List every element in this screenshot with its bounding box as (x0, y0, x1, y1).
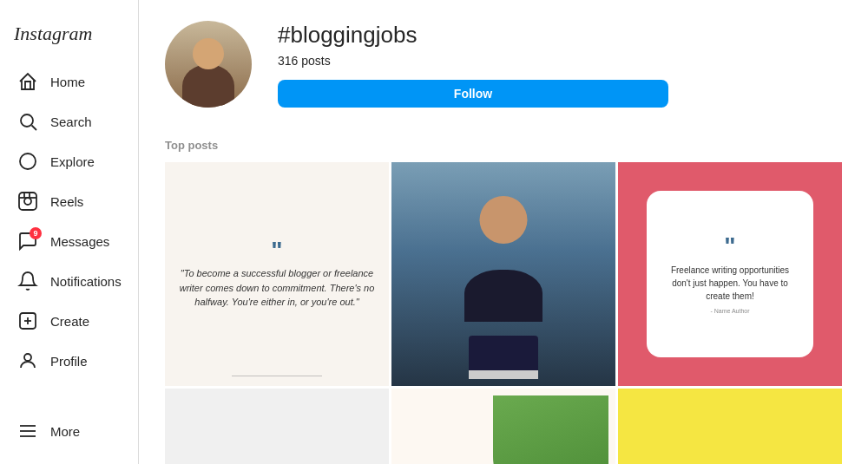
person-head (480, 196, 528, 244)
sidebar-item-create[interactable]: Create (10, 302, 128, 340)
sidebar-item-home[interactable]: Home (10, 62, 128, 101)
post-item[interactable] (391, 162, 615, 386)
sidebar-item-profile-label: Profile (50, 354, 88, 369)
post-person-bg (391, 162, 615, 386)
post-author: - Name Author (710, 308, 749, 314)
sidebar-item-messages[interactable]: 9 Messages (10, 222, 128, 260)
sidebar-item-home-label: Home (50, 75, 85, 89)
create-icon (17, 310, 38, 331)
sidebar-item-profile[interactable]: Profile (10, 342, 128, 380)
quote-mark-icon: " (271, 239, 282, 263)
quote-mark-icon: " (724, 234, 735, 258)
post-quote-card: " Freelance writing opportunities don't … (647, 191, 813, 357)
post-quote-text: Freelance writing opportunities don't ju… (661, 264, 799, 303)
more-icon (17, 421, 38, 441)
messages-icon: 9 (17, 231, 38, 252)
laptop-icon (469, 336, 538, 379)
hashtag-title: #bloggingjobs (278, 22, 842, 49)
home-icon (17, 71, 38, 92)
post-item[interactable]: Get Paid To Do Simple Writing Jobs Onlin… (618, 389, 842, 464)
profile-icon (17, 350, 38, 371)
plant-decoration (493, 395, 608, 464)
follow-button[interactable]: Follow (278, 80, 668, 108)
post-item[interactable]: FREELANCE WRITING (FOR BEGINNERS) OVERVI… (391, 389, 615, 464)
sidebar-item-notifications[interactable]: Notifications (10, 262, 128, 300)
sidebar-item-search[interactable]: Search (10, 102, 128, 141)
notifications-icon (17, 271, 38, 291)
posts-count: 316 posts (278, 54, 842, 68)
sidebar-more-button[interactable]: More (10, 412, 128, 450)
svg-point-2 (20, 154, 36, 169)
explore-icon (17, 151, 38, 172)
post-quote-text: "To become a successful blogger or freel… (179, 266, 375, 310)
profile-info: #bloggingjobs 316 posts Follow (278, 22, 842, 108)
sidebar-item-search-label: Search (50, 114, 92, 129)
sidebar-item-reels-label: Reels (50, 194, 83, 209)
sidebar-nav: Home Search Explore (10, 62, 128, 412)
sidebar-item-notifications-label: Notifications (50, 274, 122, 289)
posts-grid: " "To become a successful blogger or fre… (165, 162, 842, 464)
post-item[interactable]: " Freelance writing opportunities don't … (618, 162, 842, 386)
main-content: #bloggingjobs 316 posts Follow Top posts… (139, 0, 868, 464)
laptop-screen (469, 336, 538, 370)
sidebar-item-messages-label: Messages (50, 234, 109, 249)
search-icon (17, 111, 38, 132)
avatar (165, 21, 252, 108)
sidebar-item-explore[interactable]: Explore (10, 142, 128, 180)
svg-rect-4 (19, 193, 36, 210)
post-item[interactable]: " "To become a successful blogger or fre… (165, 162, 389, 386)
person-body (464, 270, 542, 322)
sidebar-item-explore-label: Explore (50, 154, 95, 169)
reels-icon (17, 191, 38, 212)
post-item[interactable]: WORKING SOLUTIONS Jobs (165, 389, 389, 464)
svg-marker-3 (24, 158, 31, 165)
post-footer: ————————————— (165, 371, 389, 379)
top-posts-label: Top posts (165, 139, 842, 152)
svg-point-0 (21, 114, 33, 127)
svg-line-1 (32, 126, 37, 131)
instagram-logo: Instagram (10, 14, 128, 62)
sidebar-more-label: More (50, 424, 80, 439)
sidebar-item-reels[interactable]: Reels (10, 182, 128, 220)
svg-point-12 (24, 354, 31, 361)
sidebar: Instagram Home Search (0, 0, 139, 464)
messages-badge: 9 (30, 227, 42, 239)
sidebar-item-create-label: Create (50, 314, 89, 329)
hashtag-profile-header: #bloggingjobs 316 posts Follow (165, 21, 842, 121)
svg-point-5 (24, 198, 31, 205)
